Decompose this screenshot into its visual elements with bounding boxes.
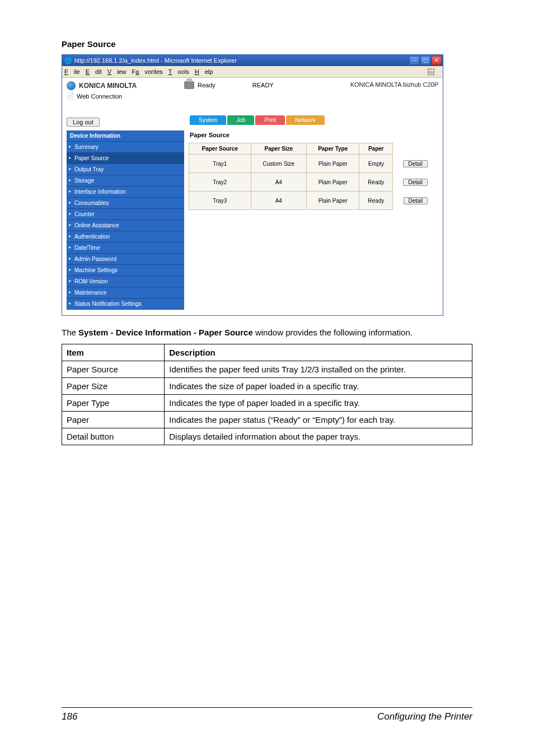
desc-item: Paper: [62, 412, 165, 428]
sidebar-item-status-notification[interactable]: Status Notification Settings: [67, 298, 184, 310]
sidebar-item-online-assistance[interactable]: Online Assistance: [67, 220, 184, 231]
table-row: Detail button Displays detailed informat…: [62, 428, 472, 445]
ie-icon: 🌐: [64, 57, 72, 64]
menu-help[interactable]: Help: [195, 68, 213, 75]
cell-size: Custom Size: [251, 155, 306, 173]
footer-title: Configuring the Printer: [377, 711, 472, 722]
logout-button[interactable]: Log out: [67, 118, 100, 127]
sidebar-item-rom-version[interactable]: ROM Version: [67, 276, 184, 287]
menu-view[interactable]: View: [107, 68, 127, 75]
sidebar-item-paper-source[interactable]: Paper Source: [67, 153, 184, 164]
cell-src: Tray1: [189, 155, 251, 173]
table-row: Paper Size Indicates the size of paper l…: [62, 378, 472, 395]
cell-paper: Empty: [359, 155, 393, 173]
desc-item: Detail button: [62, 428, 165, 445]
col-paper-type: Paper Type: [307, 143, 359, 155]
desc-text: Displays detailed information about the …: [165, 428, 472, 445]
table-row: Paper Type Indicates the type of paper l…: [62, 395, 472, 412]
description-table: Item Description Paper Source Identifies…: [62, 344, 472, 445]
col-paper-size: Paper Size: [251, 143, 306, 155]
sidebar-item-machine-settings[interactable]: Machine Settings: [67, 265, 184, 276]
sidebar-item-counter[interactable]: Counter: [67, 209, 184, 220]
table-row: Tray3 A4 Plain Paper Ready Detail: [189, 192, 438, 210]
cell-type: Plain Paper: [307, 155, 359, 173]
tab-job[interactable]: Job: [227, 115, 254, 125]
ie-throbber-icon: 🪟: [427, 68, 435, 76]
sidebar-item-date-time[interactable]: Date/Time: [67, 242, 184, 254]
sidebar-item-consumables[interactable]: Consumables: [67, 198, 184, 209]
desc-col-item: Item: [62, 344, 165, 361]
ie-titlebar: 🌐 http://192.168.1.2/a_index.html - Micr…: [62, 55, 443, 66]
detail-button[interactable]: Detail: [404, 197, 428, 204]
desc-text: Indicates the paper status (“Ready” or “…: [165, 412, 472, 428]
sidebar-item-output-tray[interactable]: Output Tray: [67, 164, 184, 175]
cell-src: Tray2: [189, 173, 251, 192]
detail-button[interactable]: Detail: [403, 160, 428, 167]
content-title: Paper Source: [190, 132, 438, 138]
col-paper: Paper: [359, 143, 393, 155]
printer-icon: [184, 81, 194, 89]
sidebar-item-admin-password[interactable]: Admin Password: [67, 254, 184, 265]
pagescope-text: Web Connection: [77, 93, 122, 100]
window-description: The System - Device Information - Paper …: [62, 327, 472, 338]
ie-title: http://192.168.1.2/a_index.html - Micros…: [74, 57, 237, 64]
desc-text: Identifies the paper feed units Tray 1/2…: [165, 361, 472, 378]
cell-src: Tray3: [189, 192, 251, 210]
maximize-icon[interactable]: ▢: [420, 56, 430, 65]
desc-item: Paper Type: [62, 395, 165, 412]
detail-button[interactable]: Detail: [403, 179, 428, 186]
minimize-icon[interactable]: –: [409, 56, 419, 65]
desc-text: Indicates the size of paper loaded in a …: [165, 378, 472, 395]
pagescope: 📄 Web Connection: [67, 92, 184, 100]
cell-size: A4: [251, 173, 306, 192]
cell-type: Plain Paper: [307, 173, 359, 192]
page-number: 186: [62, 711, 77, 722]
sidebar-item-storage[interactable]: Storage: [67, 175, 184, 186]
cell-paper: Ready: [359, 192, 393, 210]
sidebar: Device Information Summary Paper Source …: [67, 130, 184, 310]
tab-system[interactable]: System: [190, 115, 226, 125]
menu-tools[interactable]: Tools: [168, 68, 189, 75]
desc-col-description: Description: [165, 344, 472, 361]
desc-item: Paper Source: [62, 361, 165, 378]
brand: KONICA MINOLTA: [67, 81, 184, 90]
status-label: Ready: [198, 82, 216, 88]
paper-source-table: Paper Source Paper Size Paper Type Paper…: [189, 143, 438, 210]
brand-text: KONICA MINOLTA: [79, 82, 137, 90]
menu-edit[interactable]: Edit: [86, 68, 102, 75]
cell-type: Plain Paper: [307, 192, 359, 210]
brand-logo-icon: [67, 81, 76, 90]
ie-window: 🌐 http://192.168.1.2/a_index.html - Micr…: [62, 54, 443, 316]
model-name: KONICA MINOLTA bizhub C20P: [274, 81, 438, 88]
ie-menubar: File Edit View Favorites Tools Help 🪟: [62, 66, 443, 78]
section-title: Paper Source: [62, 39, 472, 49]
table-row: Paper Source Identifies the paper feed u…: [62, 361, 472, 378]
desc-text: Indicates the type of paper loaded in a …: [165, 395, 472, 412]
sidebar-header: Device Information: [67, 130, 184, 142]
menu-favorites[interactable]: Favorites: [132, 68, 163, 75]
status-upper: READY: [252, 82, 274, 88]
tab-print[interactable]: Print: [255, 115, 285, 125]
table-row: Paper Indicates the paper status (“Ready…: [62, 412, 472, 428]
pagescope-icon: 📄: [67, 92, 74, 100]
table-row: Tray1 Custom Size Plain Paper Empty Deta…: [189, 155, 438, 173]
sidebar-item-summary[interactable]: Summary: [67, 142, 184, 153]
sidebar-item-authentication[interactable]: Authentication: [67, 231, 184, 242]
tab-network[interactable]: Network: [286, 115, 325, 125]
menu-file[interactable]: File: [64, 68, 80, 75]
sidebar-item-maintenance[interactable]: Maintenance: [67, 287, 184, 298]
cell-size: A4: [251, 192, 306, 210]
sidebar-item-interface-info[interactable]: Interface Information: [67, 186, 184, 198]
close-icon[interactable]: ✕: [432, 56, 442, 65]
cell-paper: Ready: [359, 173, 393, 192]
col-paper-source: Paper Source: [189, 143, 251, 155]
table-row: Tray2 A4 Plain Paper Ready Detail: [189, 173, 438, 192]
desc-item: Paper Size: [62, 378, 165, 395]
